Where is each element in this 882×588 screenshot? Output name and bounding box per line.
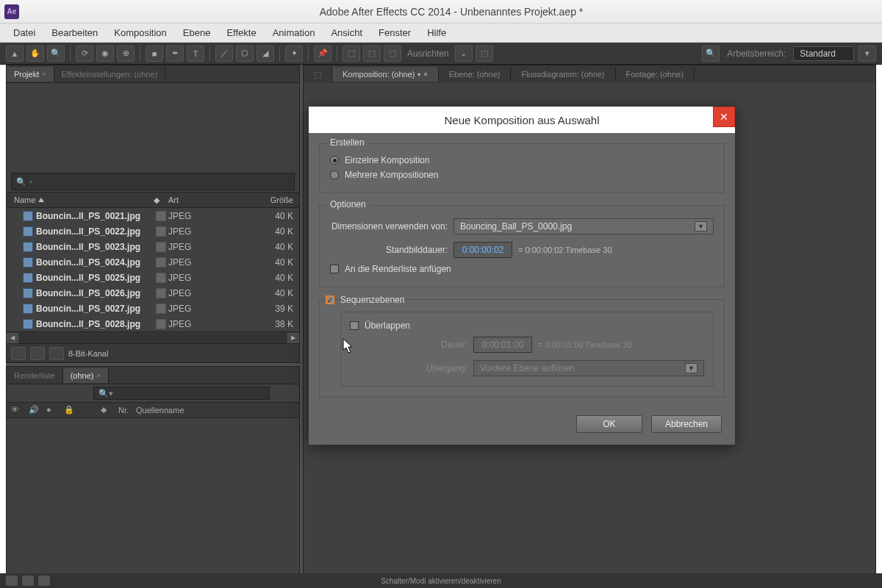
menu-edit[interactable]: Bearbeiten xyxy=(44,25,105,40)
radio-icon[interactable] xyxy=(330,156,339,165)
column-type[interactable]: Art xyxy=(168,196,220,204)
timeline-search[interactable]: 🔍▾ xyxy=(93,387,270,400)
file-icon xyxy=(23,242,33,252)
scrollbar-h[interactable]: ◀▶ xyxy=(7,331,299,343)
audio-icon[interactable]: 🔊 xyxy=(29,405,39,415)
menu-layer[interactable]: Ebene xyxy=(176,25,218,40)
timeline-panel: Renderliste (ohne)× 🔍▾ 👁 🔊 ● 🔒 ◆ Nr. Que… xyxy=(6,366,300,582)
project-row[interactable]: Bouncin...ll_PS_0025.jpgJPEG40 K xyxy=(7,270,299,285)
tab-flowchart[interactable]: Flussdiagramm: (ohne) xyxy=(511,67,615,82)
column-size[interactable]: Größe xyxy=(220,196,299,204)
menu-view[interactable]: Ansicht xyxy=(323,25,370,40)
checkbox-icon[interactable] xyxy=(330,265,339,273)
column-name[interactable]: Name xyxy=(7,196,154,204)
workspace-chev-icon[interactable]: ▾ xyxy=(858,46,876,62)
roto-tool-icon[interactable]: ✦ xyxy=(285,46,303,62)
pan-behind-tool-icon[interactable]: ⊕ xyxy=(117,46,135,62)
project-row[interactable]: Bouncin...ll_PS_0022.jpgJPEG40 K xyxy=(7,223,299,239)
menu-help[interactable]: Hilfe xyxy=(420,25,453,40)
workspace-select[interactable]: Standard xyxy=(793,46,854,61)
new-comp-icon[interactable] xyxy=(49,347,64,360)
col-nr[interactable]: Nr. xyxy=(118,406,129,415)
project-row[interactable]: Bouncin...ll_PS_0026.jpgJPEG40 K xyxy=(7,285,299,301)
snap-b-icon[interactable]: ⬚ xyxy=(363,46,381,62)
overlap-checkbox[interactable]: Überlappen xyxy=(350,318,704,333)
menu-window[interactable]: Fenster xyxy=(371,25,418,40)
sequence-layers-checkbox[interactable]: ✓ xyxy=(326,295,334,304)
radio-multiple-comp[interactable]: Mehrere Kompositionen xyxy=(330,168,714,182)
project-search[interactable]: 🔍▾ xyxy=(11,173,295,190)
search-icon[interactable]: 🔍 xyxy=(702,46,720,62)
search-icon: 🔍▾ xyxy=(98,389,113,398)
text-tool-icon[interactable]: T xyxy=(187,46,204,62)
cancel-button[interactable]: Abbrechen xyxy=(651,415,722,433)
tab-footage[interactable]: Footage: (ohne) xyxy=(616,67,695,82)
project-row[interactable]: Bouncin...ll_PS_0024.jpgJPEG40 K xyxy=(7,254,299,270)
tab-project[interactable]: Projekt× xyxy=(7,67,54,82)
radio-single-comp[interactable]: Einzelne Komposition xyxy=(330,153,714,168)
status-icon[interactable] xyxy=(6,576,18,586)
selection-tool-icon[interactable]: ▲ xyxy=(6,46,24,62)
tab-layer[interactable]: Ebene: (ohne) xyxy=(439,67,512,82)
still-duration-input[interactable]: 0:00:00:02 xyxy=(453,242,512,258)
puppet-tool-icon[interactable]: 📌 xyxy=(314,46,331,62)
lock-icon[interactable]: 🔒 xyxy=(64,405,74,415)
file-icon xyxy=(23,319,33,329)
column-label[interactable]: ◆ xyxy=(154,196,168,205)
tab-renderqueue[interactable]: Renderliste xyxy=(7,368,63,383)
titlebar: Ae Adobe After Effects CC 2014 - Unbenan… xyxy=(0,0,882,24)
align-opt-icon[interactable]: ⬚ xyxy=(476,46,493,62)
align-label: Ausrichten xyxy=(404,49,452,59)
workspace-label: Arbeitsbereich: xyxy=(724,49,789,59)
brush-tool-icon[interactable]: ／ xyxy=(215,46,233,62)
duration-input: 0:00:01:00 xyxy=(473,337,532,353)
dialog-close-button[interactable]: ✕ xyxy=(713,107,735,127)
new-folder-icon[interactable] xyxy=(30,347,45,360)
viewer-home-icon[interactable]: ⬚ xyxy=(304,67,332,82)
snap-a-icon[interactable]: ⬚ xyxy=(343,46,360,62)
col-source[interactable]: Quellenname xyxy=(136,406,184,415)
still-duration-label: Standbilddauer: xyxy=(330,245,448,255)
menu-animation[interactable]: Animation xyxy=(265,25,323,40)
label-icon[interactable]: ◆ xyxy=(101,405,111,415)
camera-tool-icon[interactable]: ◉ xyxy=(96,46,114,62)
visibility-icon[interactable]: 👁 xyxy=(11,405,21,415)
eraser-tool-icon[interactable]: ◢ xyxy=(257,46,274,62)
pen-tool-icon[interactable]: ✒ xyxy=(166,46,184,62)
tab-comp-none[interactable]: (ohne)× xyxy=(63,368,109,383)
status-icon[interactable] xyxy=(38,576,50,586)
interpret-footage-icon[interactable] xyxy=(11,347,26,360)
align-chev-icon[interactable]: ⌄ xyxy=(455,46,473,62)
duration-label: Dauer: xyxy=(350,340,467,350)
dimensions-select[interactable]: Bouncing_Ball_PS_0000.jpg▼ xyxy=(453,218,714,234)
project-row[interactable]: Bouncin...ll_PS_0021.jpgJPEG40 K xyxy=(7,208,299,223)
clone-tool-icon[interactable]: ⬡ xyxy=(236,46,254,62)
menu-file[interactable]: Datei xyxy=(6,25,43,40)
rotate-tool-icon[interactable]: ⟳ xyxy=(76,46,93,62)
zoom-tool-icon[interactable]: 🔍 xyxy=(47,46,65,62)
close-icon[interactable]: × xyxy=(42,71,46,78)
hand-tool-icon[interactable]: ✋ xyxy=(26,46,44,62)
close-icon[interactable]: × xyxy=(423,71,427,78)
status-icon[interactable] xyxy=(22,576,34,586)
sequence-group: ✓ Sequenzebenen Überlappen Dauer: 0:00:0… xyxy=(319,299,725,398)
append-render-checkbox[interactable]: An die Renderliste anfügen xyxy=(330,262,714,276)
tab-effect-controls[interactable]: Effekteinstellungen: (ohne) xyxy=(54,67,166,82)
project-row[interactable]: Bouncin...ll_PS_0023.jpgJPEG40 K xyxy=(7,239,299,254)
menu-composition[interactable]: Komposition xyxy=(107,25,174,40)
project-row[interactable]: Bouncin...ll_PS_0028.jpgJPEG38 K xyxy=(7,316,299,331)
bit-depth-label[interactable]: 8-Bit-Kanal xyxy=(68,349,108,358)
snap-c-icon[interactable]: ⬚ xyxy=(384,46,401,62)
project-row[interactable]: Bouncin...ll_PS_0027.jpgJPEG39 K xyxy=(7,301,299,316)
toolbar: ▲ ✋ 🔍 ⟳ ◉ ⊕ ■ ✒ T ／ ⬡ ◢ ✦ 📌 ⬚ ⬚ ⬚ Ausric… xyxy=(0,43,882,65)
close-icon[interactable]: × xyxy=(96,372,100,379)
checkbox-icon[interactable] xyxy=(350,321,359,330)
menu-effects[interactable]: Effekte xyxy=(219,25,263,40)
radio-icon[interactable] xyxy=(330,171,339,179)
create-group: Erstellen Einzelne Komposition Mehrere K… xyxy=(319,143,725,193)
rect-tool-icon[interactable]: ■ xyxy=(146,46,163,62)
options-legend: Optionen xyxy=(327,199,369,209)
ok-button[interactable]: OK xyxy=(576,415,642,433)
tab-composition[interactable]: Komposition: (ohne) ▾ × xyxy=(332,67,439,82)
solo-icon[interactable]: ● xyxy=(46,405,57,415)
